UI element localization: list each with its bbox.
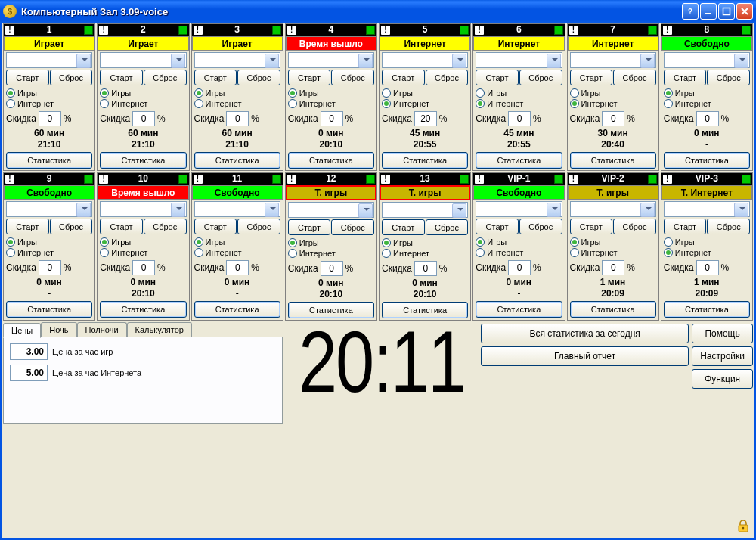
radio-games[interactable]: Игры: [194, 88, 280, 98]
tariff-dropdown[interactable]: [100, 52, 186, 68]
start-button[interactable]: Старт: [194, 70, 237, 85]
radio-games[interactable]: Игры: [100, 237, 186, 247]
radio-games[interactable]: Игры: [288, 88, 374, 98]
statistics-button[interactable]: Статистика: [6, 301, 92, 318]
function-button[interactable]: Функция: [692, 369, 753, 389]
radio-games[interactable]: Игры: [6, 88, 92, 98]
start-button[interactable]: Старт: [194, 219, 237, 234]
radio-games[interactable]: Игры: [194, 237, 280, 247]
start-button[interactable]: Старт: [288, 219, 331, 235]
statistics-button[interactable]: Статистика: [664, 152, 750, 169]
radio-internet[interactable]: Интернет: [288, 248, 374, 259]
tariff-dropdown[interactable]: [382, 202, 468, 218]
all-stats-button[interactable]: Вся статистика за сегодня: [481, 324, 689, 343]
reset-button[interactable]: Сброс: [519, 70, 562, 85]
statistics-button[interactable]: Статистика: [570, 152, 656, 169]
tariff-dropdown[interactable]: [194, 52, 280, 68]
statistics-button[interactable]: Статистика: [382, 152, 468, 169]
start-button[interactable]: Старт: [664, 219, 707, 234]
tariff-dropdown[interactable]: [6, 201, 92, 217]
alert-icon[interactable]: !: [663, 175, 672, 184]
statistics-button[interactable]: Статистика: [476, 301, 562, 318]
alert-icon[interactable]: !: [475, 175, 484, 184]
radio-games[interactable]: Игры: [288, 237, 374, 248]
statistics-button[interactable]: Статистика: [570, 301, 656, 318]
discount-input[interactable]: [132, 260, 155, 275]
reset-button[interactable]: Сброс: [519, 219, 562, 234]
discount-input[interactable]: [132, 111, 155, 126]
tab[interactable]: Полночи: [77, 322, 127, 337]
radio-games[interactable]: Игры: [570, 237, 656, 247]
radio-internet[interactable]: Интернет: [476, 98, 562, 109]
reset-button[interactable]: Сброс: [613, 70, 656, 85]
price-internet-input[interactable]: [10, 365, 48, 381]
minimize-button[interactable]: [700, 3, 717, 20]
statistics-button[interactable]: Статистика: [100, 301, 186, 318]
tariff-dropdown[interactable]: [288, 52, 374, 68]
start-button[interactable]: Старт: [476, 219, 519, 234]
discount-input[interactable]: [39, 260, 61, 275]
discount-input[interactable]: [39, 111, 61, 126]
statistics-button[interactable]: Статистика: [100, 152, 186, 169]
discount-input[interactable]: [696, 111, 719, 126]
reset-button[interactable]: Сброс: [426, 70, 469, 85]
alert-icon[interactable]: !: [381, 175, 390, 184]
tab[interactable]: Цены: [3, 323, 41, 338]
tariff-dropdown[interactable]: [6, 52, 92, 68]
start-button[interactable]: Старт: [6, 70, 49, 85]
start-button[interactable]: Старт: [570, 219, 613, 234]
radio-games[interactable]: Игры: [100, 88, 186, 98]
help-button[interactable]: ?: [682, 3, 699, 20]
statistics-button[interactable]: Статистика: [664, 301, 750, 318]
radio-internet[interactable]: Интернет: [6, 98, 92, 109]
tariff-dropdown[interactable]: [476, 52, 562, 68]
radio-internet[interactable]: Интернет: [664, 98, 750, 109]
radio-games[interactable]: Игры: [6, 237, 92, 247]
statistics-button[interactable]: Статистика: [194, 152, 280, 169]
discount-input[interactable]: [696, 260, 719, 275]
tab[interactable]: Ночь: [41, 322, 76, 337]
alert-icon[interactable]: !: [663, 26, 672, 35]
discount-input[interactable]: [226, 260, 249, 275]
radio-internet[interactable]: Интернет: [194, 98, 280, 109]
discount-input[interactable]: [508, 111, 531, 126]
tariff-dropdown[interactable]: [382, 52, 468, 68]
radio-games[interactable]: Игры: [382, 88, 468, 98]
alert-icon[interactable]: !: [5, 26, 14, 35]
radio-internet[interactable]: Интернет: [100, 98, 186, 109]
radio-internet[interactable]: Интернет: [570, 247, 656, 258]
discount-input[interactable]: [321, 261, 343, 276]
reset-button[interactable]: Сброс: [426, 219, 469, 235]
reset-button[interactable]: Сброс: [144, 219, 187, 234]
close-button[interactable]: [736, 3, 753, 20]
statistics-button[interactable]: Статистика: [194, 301, 280, 318]
radio-internet[interactable]: Интернет: [664, 247, 750, 258]
tariff-dropdown[interactable]: [570, 201, 656, 217]
radio-games[interactable]: Игры: [570, 88, 656, 98]
start-button[interactable]: Старт: [476, 70, 519, 85]
radio-games[interactable]: Игры: [664, 237, 750, 247]
radio-internet[interactable]: Интернет: [476, 247, 562, 258]
start-button[interactable]: Старт: [382, 219, 425, 235]
discount-input[interactable]: [321, 111, 343, 126]
alert-icon[interactable]: !: [99, 26, 108, 35]
tab[interactable]: Калькулятор: [127, 322, 192, 337]
start-button[interactable]: Старт: [382, 70, 425, 85]
discount-input[interactable]: [226, 111, 249, 126]
alert-icon[interactable]: !: [569, 26, 578, 35]
start-button[interactable]: Старт: [664, 70, 707, 85]
radio-internet[interactable]: Интернет: [194, 247, 280, 258]
alert-icon[interactable]: !: [475, 26, 484, 35]
statistics-button[interactable]: Статистика: [288, 152, 374, 169]
discount-input[interactable]: [414, 261, 437, 276]
radio-internet[interactable]: Интернет: [382, 248, 468, 259]
alert-icon[interactable]: !: [287, 175, 296, 184]
reset-button[interactable]: Сброс: [331, 219, 374, 235]
alert-icon[interactable]: !: [569, 175, 578, 184]
discount-input[interactable]: [602, 260, 624, 275]
alert-icon[interactable]: !: [99, 175, 108, 184]
reset-button[interactable]: Сброс: [237, 70, 280, 85]
help-side-button[interactable]: Помощь: [692, 324, 753, 343]
price-games-input[interactable]: [10, 343, 48, 360]
tariff-dropdown[interactable]: [664, 52, 750, 68]
